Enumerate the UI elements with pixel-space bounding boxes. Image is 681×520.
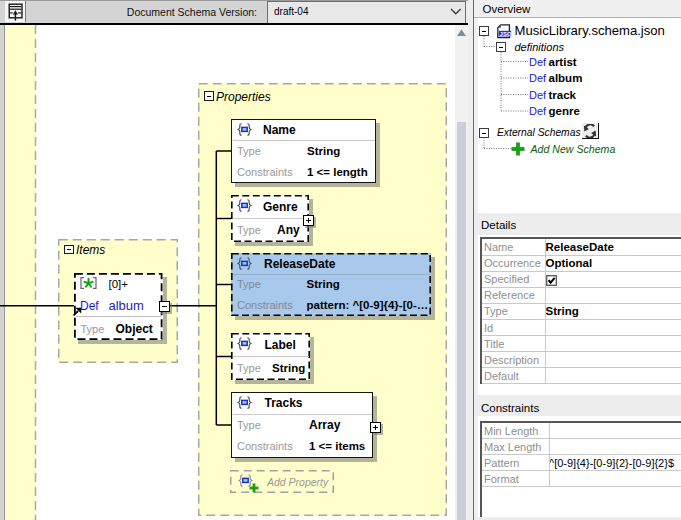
svg-text:JSO: JSO: [500, 30, 512, 36]
